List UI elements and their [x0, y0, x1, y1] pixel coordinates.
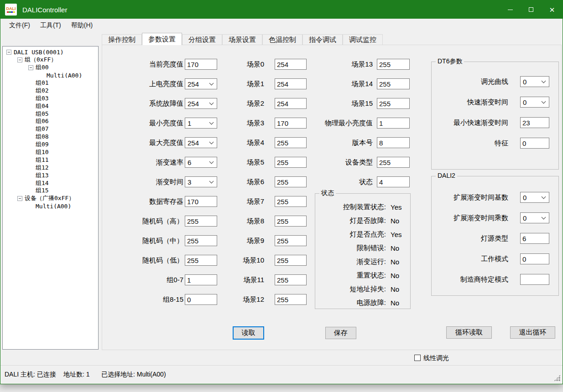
param-select[interactable]: 254 [185, 98, 217, 109]
dali2-select[interactable]: 0 [520, 192, 549, 203]
close-button[interactable]: ✕ [542, 0, 563, 19]
device-input[interactable] [377, 137, 410, 148]
scene-input[interactable] [275, 196, 307, 207]
dt6-input[interactable] [520, 117, 549, 128]
param-input[interactable] [185, 216, 217, 227]
save-button[interactable]: 保存 [325, 327, 356, 339]
menu-file[interactable]: 文件(F) [4, 20, 35, 31]
tree-item[interactable]: 组04 [3, 102, 98, 110]
tree-item[interactable]: 组10 [3, 149, 98, 156]
device-input[interactable] [377, 118, 410, 129]
tab-0[interactable]: 操作控制 [102, 34, 142, 45]
read-button[interactable]: 读取 [233, 326, 264, 340]
scene-input[interactable] [275, 118, 307, 129]
tree-item[interactable]: Multi(A00) [3, 202, 98, 210]
param-input[interactable] [185, 274, 217, 285]
dt6-select[interactable]: 0 [520, 97, 549, 108]
tree-item[interactable]: 组（0xFF） [3, 56, 98, 64]
param-select[interactable]: 1 [185, 118, 217, 129]
tree-item[interactable]: Multi(A00) [3, 72, 98, 79]
tree-item[interactable]: 组14 [3, 179, 98, 187]
tree-item[interactable]: 组12 [3, 164, 98, 171]
tree-item[interactable]: 组01 [3, 79, 98, 87]
tree-expander-icon[interactable] [17, 196, 22, 201]
scene-input[interactable] [275, 78, 307, 89]
loop-read-button[interactable]: 循环读取 [446, 326, 492, 339]
tree-item[interactable]: 组02 [3, 87, 98, 94]
dt6-groupbox: DT6参数 调光曲线0快速渐变时间0最小快速渐变时间特征 [431, 62, 559, 170]
dali2-input[interactable] [520, 253, 549, 264]
tree-expander-icon[interactable] [6, 50, 11, 55]
device-input[interactable] [377, 176, 410, 187]
device-input[interactable] [377, 59, 410, 70]
tree-item[interactable]: 设备（广播0xFF） [3, 195, 98, 202]
device-input[interactable] [377, 78, 410, 89]
scene-input[interactable] [275, 255, 307, 266]
param-select[interactable]: 254 [185, 78, 217, 89]
device-tree[interactable]: DALI USB(0001)组（0xFF）组00Multi(A00)组01组02… [2, 46, 99, 350]
param-input[interactable] [185, 196, 217, 207]
resize-grip-icon[interactable] [554, 375, 560, 381]
scene-label: 场景12 [230, 295, 264, 304]
tab-6[interactable]: 调试监控 [343, 34, 383, 45]
param-select[interactable]: 6 [185, 157, 217, 168]
param-input[interactable] [185, 255, 217, 266]
tree-item[interactable]: 组06 [3, 118, 98, 125]
param-input[interactable] [185, 235, 217, 246]
tree-item[interactable]: 组07 [3, 125, 98, 133]
tree-item[interactable]: 组00 [3, 64, 98, 72]
tree-item[interactable]: 组03 [3, 94, 98, 102]
dali2-select[interactable]: 0 [520, 212, 549, 223]
minimize-button[interactable] [500, 0, 521, 19]
tree-item[interactable]: 组13 [3, 171, 98, 179]
tab-5[interactable]: 指令调试 [302, 34, 343, 45]
device-status-label: 重置状态: [315, 271, 386, 280]
scene-input[interactable] [275, 157, 307, 168]
device-input[interactable] [377, 98, 410, 109]
linear-dimming-checkbox[interactable] [414, 355, 421, 361]
scene-input[interactable] [275, 235, 307, 246]
tree-item[interactable]: 组11 [3, 156, 98, 164]
dali2-input[interactable] [520, 233, 549, 244]
tab-2[interactable]: 分组设置 [182, 34, 222, 45]
chevron-down-icon [209, 120, 214, 125]
scene-input[interactable] [275, 274, 307, 285]
window-title: DALIController [22, 6, 67, 14]
tree-item[interactable]: DALI USB(0001) [3, 48, 98, 56]
scene-label: 场景6 [230, 178, 264, 186]
scene-label: 场景4 [230, 139, 264, 147]
menu-tools[interactable]: 工具(T) [35, 20, 66, 31]
scene-input[interactable] [275, 137, 307, 148]
tab-4[interactable]: 色温控制 [262, 34, 302, 45]
tree-item[interactable]: 组15 [3, 187, 98, 195]
chevron-down-icon [542, 215, 546, 220]
tree-item[interactable]: 组08 [3, 133, 98, 141]
param-input[interactable] [185, 294, 217, 305]
scene-input[interactable] [275, 176, 307, 187]
dt6-select[interactable]: 0 [520, 76, 549, 87]
dt6-group-title: DT6参数 [436, 57, 464, 66]
dali2-input[interactable] [520, 274, 549, 285]
param-select[interactable]: 3 [185, 176, 217, 187]
menu-help[interactable]: 帮助(H) [66, 20, 98, 31]
tree-item[interactable]: 组05 [3, 110, 98, 118]
tree-expander-icon[interactable] [17, 57, 22, 62]
scene-input[interactable] [275, 294, 307, 305]
param-input[interactable] [185, 59, 217, 70]
tab-1[interactable]: 参数设置 [142, 33, 182, 45]
scene-input[interactable] [275, 59, 307, 70]
device-status-value: Yes [391, 231, 401, 238]
scene-label: 场景7 [230, 197, 264, 206]
device-input[interactable] [377, 157, 410, 168]
param-select[interactable]: 254 [185, 137, 217, 148]
tree-expander-icon[interactable] [28, 65, 33, 70]
scene-input[interactable] [275, 216, 307, 227]
maximize-button[interactable] [521, 0, 542, 19]
scene-input[interactable] [275, 98, 307, 109]
exit-loop-button[interactable]: 退出循环 [510, 326, 555, 339]
tree-item-label: 组10 [36, 148, 49, 156]
dt6-input[interactable] [520, 138, 549, 149]
param-label: 渐变速率 [104, 158, 183, 167]
tab-3[interactable]: 场景设置 [222, 34, 262, 45]
tree-item[interactable]: 组09 [3, 141, 98, 149]
